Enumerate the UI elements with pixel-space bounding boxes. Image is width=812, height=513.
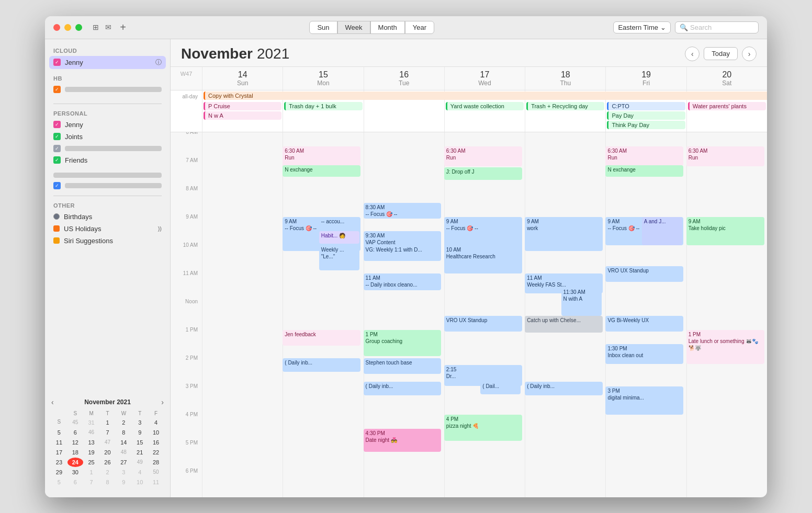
mini-cal-day[interactable]: 9 xyxy=(132,428,148,437)
mini-cal-day[interactable]: 6 xyxy=(67,477,83,487)
mini-cal-day[interactable]: 10 xyxy=(132,477,148,487)
mini-cal-day[interactable]: 11 xyxy=(51,438,67,447)
calendar-event[interactable]: Jen feedback xyxy=(283,330,360,346)
trash-recycling-event[interactable]: Trash + Recycling day xyxy=(526,102,604,110)
year-view-button[interactable]: Year xyxy=(405,21,434,34)
calendar-event[interactable]: 10 AM Healthcare Research xyxy=(444,245,522,273)
calendar-event[interactable]: Stephen touch base xyxy=(364,358,442,374)
mini-cal-day[interactable]: 20 xyxy=(100,448,116,457)
sidebar-icon[interactable]: ⊞ xyxy=(93,23,99,31)
mini-cal-day[interactable]: 16 xyxy=(148,438,164,447)
c-pto-event[interactable]: C:PTO xyxy=(607,102,685,110)
mini-cal-day[interactable]: 22 xyxy=(148,448,164,457)
sidebar-blurred-1[interactable] xyxy=(45,170,170,180)
prev-week-button[interactable]: ‹ xyxy=(685,47,700,61)
close-button[interactable] xyxy=(53,24,60,31)
mini-cal-day[interactable]: 30 xyxy=(67,468,83,477)
mini-cal-day[interactable]: 5 xyxy=(51,477,67,487)
mini-cal-day[interactable]: 8 xyxy=(116,428,131,437)
mini-cal-day[interactable]: 25 xyxy=(84,458,99,467)
minimize-button[interactable] xyxy=(64,24,71,31)
mini-cal-day[interactable]: 4 xyxy=(132,468,148,477)
all-day-sun[interactable]: Copy with Crystal P Cruise N w A xyxy=(202,90,283,132)
week-view-button[interactable]: Week xyxy=(337,21,370,34)
timezone-selector[interactable]: Eastern Time ⌄ xyxy=(613,21,671,33)
sidebar-item-personal-jenny[interactable]: ✓ Jenny xyxy=(45,119,170,131)
personal-jenny-checkbox[interactable]: ✓ xyxy=(53,121,61,128)
p-cruise-event[interactable]: P Cruise xyxy=(204,102,281,110)
mini-cal-day[interactable]: 31 xyxy=(84,418,99,427)
calendar-event[interactable]: VRO UX Standup xyxy=(605,266,683,282)
mini-cal-day[interactable]: 10 xyxy=(148,428,164,437)
calendar-event[interactable]: 1 PM Group coaching xyxy=(364,330,442,356)
joints-checkbox[interactable]: ✓ xyxy=(53,133,61,140)
mini-cal-day[interactable]: 2 xyxy=(116,418,131,427)
blurred2-checkbox[interactable]: ✓ xyxy=(53,182,61,189)
mini-cal-day[interactable]: 23 xyxy=(51,458,67,467)
calendar-event[interactable]: ( Dail... xyxy=(480,382,521,394)
mini-cal-day[interactable]: 14 xyxy=(116,438,131,447)
trash-day-event[interactable]: Trash day + 1 bulk xyxy=(284,102,362,110)
mini-cal-day[interactable]: 2 xyxy=(100,468,116,477)
mini-cal-prev[interactable]: ‹ xyxy=(51,398,54,406)
mini-cal-next[interactable]: › xyxy=(161,398,164,406)
col-fri[interactable]: 19Fri xyxy=(605,67,686,90)
friends-checkbox[interactable]: ✓ xyxy=(53,156,61,164)
n-checkbox[interactable]: ✓ xyxy=(53,145,61,152)
sidebar-item-jenny[interactable]: ✓ Jenny ⓘ xyxy=(49,56,166,69)
mini-cal-day[interactable]: 4 xyxy=(148,418,164,427)
col-tue[interactable]: 16Tue xyxy=(364,67,444,90)
month-view-button[interactable]: Month xyxy=(370,21,405,34)
inbox-icon[interactable]: ✉ xyxy=(105,23,111,31)
calendar-event[interactable]: 4:30 PM Date night 💑 xyxy=(364,429,442,452)
sidebar-item-siri[interactable]: Siri Suggestions xyxy=(45,235,170,247)
sidebar-blurred-2[interactable]: ✓ xyxy=(45,180,170,191)
mini-cal-day[interactable]: 3 xyxy=(116,468,131,477)
yard-waste-event[interactable]: Yard waste collection xyxy=(446,102,524,110)
mini-cal-day[interactable]: 26 xyxy=(100,458,116,467)
calendar-event[interactable]: -- accou... xyxy=(319,217,359,230)
fullscreen-button[interactable] xyxy=(75,24,82,31)
col-thu[interactable]: 18Thu xyxy=(525,67,605,90)
mini-cal-day[interactable]: 11 xyxy=(148,477,164,487)
day-view-button[interactable]: Sun xyxy=(309,21,337,34)
calendar-event[interactable]: VRO UX Standup xyxy=(444,316,522,332)
sidebar-item-n[interactable]: ✓ xyxy=(45,143,170,154)
mini-cal-day[interactable]: 7 xyxy=(100,428,116,437)
calendar-event[interactable]: N exchange xyxy=(283,165,360,177)
calendar-event[interactable]: 6:30 AM Run xyxy=(686,146,764,166)
col-sun[interactable]: 14Sun xyxy=(202,67,283,90)
calendar-event[interactable]: 1 PM Late lunch or something 🦝🐾🐕🐺 xyxy=(686,330,764,364)
add-event-button[interactable]: + xyxy=(116,20,130,35)
jenny-checkbox[interactable]: ✓ xyxy=(53,59,61,66)
calendar-event[interactable]: 4 PM pizza night 🍕 xyxy=(444,415,522,441)
mini-cal-day[interactable]: 13 xyxy=(84,438,99,447)
calendar-event[interactable]: 6:30 AM Run xyxy=(444,146,522,166)
calendar-event[interactable]: ( Daily inb... xyxy=(525,382,603,395)
calendar-event[interactable]: VG Bi-Weekly UX xyxy=(605,316,683,332)
calendar-event[interactable]: 1:30 PM Inbox clean out xyxy=(605,344,683,364)
mini-cal-day[interactable]: 6 xyxy=(67,428,83,437)
mini-cal-today[interactable]: 24 xyxy=(67,458,83,467)
mini-cal-day[interactable]: 15 xyxy=(132,438,148,447)
mini-cal-day[interactable]: 17 xyxy=(51,448,67,457)
mini-cal-day[interactable]: 7 xyxy=(84,477,99,487)
search-box[interactable]: 🔍 Search xyxy=(675,21,759,33)
mini-cal-day[interactable]: 19 xyxy=(84,448,99,457)
calendar-event[interactable]: Weekly ... "Le..." xyxy=(319,245,359,270)
copy-with-crystal-event[interactable]: Copy with Crystal xyxy=(204,92,767,100)
mini-cal-day[interactable]: 27 xyxy=(116,458,131,467)
mini-cal-day[interactable]: 1 xyxy=(100,418,116,427)
sidebar-item-friends[interactable]: ✓ Friends xyxy=(45,154,170,166)
calendar-event[interactable]: J: Drop off J xyxy=(444,167,522,180)
calendar-event[interactable]: 6:30 AM Run xyxy=(283,146,360,166)
calendar-event[interactable]: 3 PM digital minima... xyxy=(605,386,683,415)
calendar-event[interactable]: Catch up with Chelse... xyxy=(525,316,603,333)
mini-cal-day[interactable]: 12 xyxy=(67,438,83,447)
calendar-event[interactable]: 9 AM Take holiday pic xyxy=(686,217,764,245)
mini-cal-day[interactable]: 9 xyxy=(116,477,131,487)
hb-checkbox[interactable]: ✓ xyxy=(53,86,61,93)
jenny-info-icon[interactable]: ⓘ xyxy=(155,58,162,67)
col-wed[interactable]: 17Wed xyxy=(444,67,525,90)
mini-cal-day[interactable]: 28 xyxy=(148,458,164,467)
